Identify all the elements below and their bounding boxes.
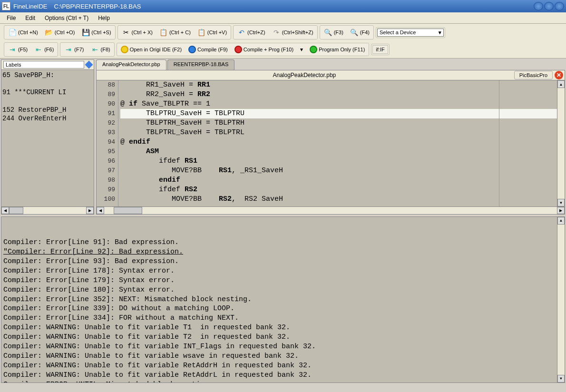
paste-label: (Ctrl +V) bbox=[207, 29, 227, 35]
outdent-icon: ⇤ bbox=[34, 45, 43, 54]
find-next-button[interactable]: 🔍(F4) bbox=[347, 27, 372, 38]
minimize-button[interactable] bbox=[534, 2, 543, 10]
f7-label: (F7) bbox=[74, 47, 84, 52]
language-label: PicBasicPro bbox=[514, 71, 553, 79]
save-button[interactable]: 💾(Ctrl +S) bbox=[78, 27, 114, 38]
open-folder-icon: 📂 bbox=[45, 28, 53, 37]
output-panel[interactable]: Compiler: Error[Line 91]: Bad expression… bbox=[1, 216, 565, 383]
chevron-down-icon: ▾ bbox=[439, 29, 441, 36]
file-path: C:\PBP\REENTERPBP-18.BAS bbox=[54, 3, 141, 10]
maximize-button[interactable] bbox=[544, 2, 554, 10]
editor-filename: AnalogPeakDetector.pbp bbox=[97, 72, 512, 78]
close-tab-button[interactable]: ✕ bbox=[555, 71, 563, 79]
dropdown-arrow-icon[interactable]: ▾ bbox=[297, 46, 306, 53]
f7-button[interactable]: ⇥(F7) bbox=[61, 44, 87, 55]
diamond-icon[interactable] bbox=[85, 61, 93, 69]
compile-label: Compile (F9) bbox=[197, 47, 228, 52]
copy-icon: 📋 bbox=[159, 28, 168, 37]
redo-label: (Ctrl+Shift+Z) bbox=[282, 29, 313, 35]
indent-icon: ⇥ bbox=[64, 45, 73, 54]
f8-label: (F8) bbox=[101, 47, 110, 52]
scroll-down-icon[interactable]: ▼ bbox=[557, 375, 565, 382]
find-label: (F3) bbox=[334, 29, 343, 35]
undo-icon: ↶ bbox=[237, 28, 246, 37]
tab-analog[interactable]: AnalogPeakDetector.pbp bbox=[96, 59, 166, 70]
findnext-label: (F4) bbox=[360, 29, 370, 35]
scissors-icon: ✂ bbox=[122, 28, 130, 37]
cut-button[interactable]: ✂(Ctrl + X) bbox=[119, 27, 156, 38]
program-only-button[interactable]: Program Only (F11) bbox=[307, 44, 368, 55]
menu-file[interactable]: File bbox=[3, 13, 20, 23]
redo-icon: ↷ bbox=[272, 28, 281, 37]
menu-edit[interactable]: Edit bbox=[21, 13, 39, 23]
output-vscrollbar[interactable]: ▲ ▼ bbox=[557, 217, 565, 382]
compile-prog-label: Compile + Prog (F10) bbox=[244, 47, 293, 52]
paste-button[interactable]: 📋(Ctrl +V) bbox=[195, 27, 230, 38]
toolbars: 📄(Ctrl +N) 📂(Ctrl +O) 💾(Ctrl +S) ✂(Ctrl … bbox=[0, 24, 566, 59]
labels-panel: Labels 65 SavePBP_H: 91 ***CURRENT LI 15… bbox=[1, 59, 94, 215]
scroll-up-icon[interactable]: ▲ bbox=[557, 217, 565, 225]
f6-label: (F6) bbox=[44, 47, 54, 52]
play-green-icon bbox=[310, 46, 317, 53]
menu-options[interactable]: Options (Ctrl + T) bbox=[41, 13, 92, 23]
scroll-left-icon[interactable]: ◀ bbox=[97, 207, 104, 214]
menu-help[interactable]: Help bbox=[94, 13, 114, 23]
find-button[interactable]: 🔍(F3) bbox=[321, 27, 346, 38]
undo-button[interactable]: ↶(Ctrl+Z) bbox=[234, 27, 268, 38]
compile-prog-button[interactable]: Compile + Prog (F10) bbox=[232, 44, 296, 55]
app-icon: FL bbox=[2, 2, 10, 10]
editor-header: AnalogPeakDetector.pbp PicBasicPro ✕ bbox=[96, 70, 565, 80]
compile-button[interactable]: Compile (F9) bbox=[185, 44, 231, 55]
margin-line bbox=[499, 80, 499, 206]
search-next-icon: 🔍 bbox=[350, 28, 359, 37]
outdent-icon: ⇤ bbox=[91, 45, 99, 54]
editor-panel: AnalogPeakDetector.pbp REENTERPBP-18.BAS… bbox=[96, 59, 565, 215]
search-icon: 🔍 bbox=[324, 28, 332, 37]
redo-button[interactable]: ↷(Ctrl+Shift+Z) bbox=[269, 27, 316, 38]
open-ide-button[interactable]: Open in Origi IDE (F2) bbox=[118, 44, 185, 55]
scroll-right-icon[interactable]: ▶ bbox=[86, 207, 94, 214]
f6-button[interactable]: ⇤(F6) bbox=[31, 44, 57, 55]
open-button[interactable]: 📂(Ctrl +O) bbox=[42, 27, 78, 38]
play-blue-icon bbox=[188, 46, 196, 53]
open-ide-label: Open in Origi IDE (F2) bbox=[130, 47, 182, 52]
if-indicator: if:IF bbox=[372, 45, 388, 54]
play-red-icon bbox=[234, 46, 242, 53]
labels-list[interactable]: 65 SavePBP_H: 91 ***CURRENT LI 152 Resto… bbox=[1, 70, 94, 206]
device-placeholder: Select a Device bbox=[380, 29, 416, 35]
scroll-left-icon[interactable]: ◀ bbox=[1, 207, 9, 214]
device-select[interactable]: Select a Device ▾ bbox=[377, 29, 444, 37]
cut-label: (Ctrl + X) bbox=[132, 29, 153, 35]
new-file-icon: 📄 bbox=[8, 28, 17, 37]
open-label: (Ctrl +O) bbox=[55, 29, 75, 35]
app-name: FineLineIDE bbox=[13, 3, 48, 10]
scroll-thumb[interactable] bbox=[9, 207, 23, 214]
editor-vscrollbar[interactable]: ▲ ▼ bbox=[557, 80, 565, 206]
code-text[interactable]: RR1_SaveH = RR1 RR2_SaveH = RR2@ if Save… bbox=[118, 80, 557, 206]
tab-reenter[interactable]: REENTERPBP-18.BAS bbox=[167, 59, 235, 70]
labels-dropdown[interactable]: Labels bbox=[3, 61, 84, 69]
yellow-circle-icon bbox=[121, 46, 128, 53]
undo-label: (Ctrl+Z) bbox=[247, 29, 265, 35]
editor-tabs: AnalogPeakDetector.pbp REENTERPBP-18.BAS bbox=[96, 59, 565, 70]
titlebar: FL FineLineIDE C:\PBP\REENTERPBP-18.BAS bbox=[0, 0, 566, 12]
labels-hscrollbar[interactable]: ◀ ▶ bbox=[1, 206, 94, 214]
editor-hscrollbar[interactable]: ◀ ▶ bbox=[96, 207, 565, 215]
scroll-right-icon[interactable]: ▶ bbox=[557, 207, 565, 214]
copy-label: (Ctrl + C) bbox=[169, 29, 191, 35]
indent-icon: ⇥ bbox=[8, 45, 17, 54]
new-button[interactable]: 📄(Ctrl +N) bbox=[5, 27, 41, 38]
scroll-down-icon[interactable]: ▼ bbox=[557, 199, 565, 206]
scroll-up-icon[interactable]: ▲ bbox=[557, 80, 565, 88]
labels-header: Labels bbox=[1, 60, 94, 70]
f5-button[interactable]: ⇥(F5) bbox=[5, 44, 30, 55]
close-button[interactable] bbox=[555, 2, 564, 10]
copy-button[interactable]: 📋(Ctrl + C) bbox=[156, 27, 194, 38]
paste-icon: 📋 bbox=[197, 28, 206, 37]
code-area[interactable]: 888990919293949596979899100 RR1_SaveH = … bbox=[96, 80, 565, 207]
f8-button[interactable]: ⇤(F8) bbox=[88, 44, 113, 55]
line-gutter: 888990919293949596979899100 bbox=[97, 80, 118, 206]
f5-label: (F5) bbox=[18, 47, 28, 52]
scroll-thumb[interactable] bbox=[114, 207, 142, 214]
menubar: File Edit Options (Ctrl + T) Help bbox=[0, 12, 566, 24]
